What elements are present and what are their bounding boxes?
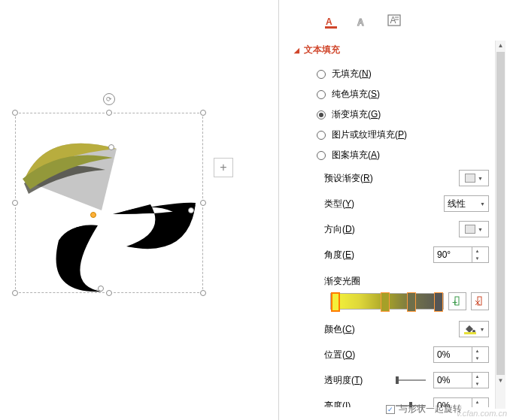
adjust-handle-2[interactable] [188,207,194,213]
svg-text:A: A [326,17,332,27]
gradient-stop-3[interactable] [407,292,416,312]
preset-gradient-picker[interactable]: ▼ [459,170,489,186]
adjust-handle-1[interactable] [90,212,96,218]
position-input[interactable] [434,349,472,360]
section-header-text-fill[interactable]: ◢ 文本填充 [294,44,496,56]
collapse-triangle-icon: ◢ [294,47,299,54]
checkbox-icon [386,405,395,414]
svg-text:+: + [452,298,457,307]
tab-text-effects[interactable]: A [353,11,374,32]
radio-gradient-fill[interactable]: 渐变填充(G) [294,104,496,125]
scroll-down-button[interactable]: ▼ [496,376,505,386]
rotate-handle[interactable] [103,93,115,105]
section-title: 文本填充 [304,44,340,56]
gradient-stops-track[interactable] [330,293,444,310]
paint-bucket-icon [463,324,477,334]
checkbox-label: 与形状一起旋转 [399,403,462,415]
adjust-handle-3[interactable] [98,286,104,292]
watermark-text: v.cfan.com.cn [457,409,507,418]
gradient-direction-picker[interactable]: ▼ [459,221,489,237]
spin-up[interactable]: ▲ [472,373,482,380]
label-preset-gradient: 预设渐变(R) [324,172,451,185]
stop-color-picker[interactable]: ▼ [459,321,489,337]
scroll-up-button[interactable]: ▲ [496,41,505,51]
canvas-area[interactable]: + [0,0,278,420]
label-position: 位置(O) [324,349,426,361]
gradient-stop-4[interactable] [434,292,443,312]
svg-text:A: A [390,15,396,26]
adjust-handle-4[interactable] [108,144,114,150]
radio-icon [317,90,326,99]
spin-down[interactable]: ▼ [472,255,482,262]
spin-down[interactable]: ▼ [472,406,482,407]
gradient-stop-1[interactable] [331,292,340,312]
tab-textbox[interactable]: A [384,11,405,32]
selected-shape-group[interactable]: + [15,113,203,293]
label-color: 颜色(C) [324,323,451,336]
angle-spinbox[interactable]: ▲▼ [433,246,489,263]
gradient-type-select[interactable]: 线性▼ [444,195,489,212]
radio-pattern-fill[interactable]: 图案填充(A) [294,145,496,165]
tab-text-fill-outline[interactable]: A [321,11,342,32]
remove-gradient-stop-button[interactable] [471,292,489,310]
format-shape-panel: A A A ◢ 文本填充 无填充(N) 纯色填充(S) 渐变填充(G) 图片或纹… [278,0,507,420]
spin-up[interactable]: ▲ [472,347,482,355]
svg-text:A: A [357,17,364,28]
label-gradient-stops: 渐变光圈 [294,267,496,292]
transparency-slider[interactable] [396,373,426,387]
radio-no-fill[interactable]: 无填充(N) [294,64,496,84]
position-spinbox[interactable]: ▲▼ [433,346,489,363]
scroll-thumb[interactable] [496,52,505,375]
label-transparency: 透明度(T) [324,374,388,387]
transparency-input[interactable] [434,375,472,385]
layout-options-button[interactable]: + [214,158,233,177]
spin-up[interactable]: ▲ [472,398,482,406]
spin-down[interactable]: ▼ [472,355,482,362]
svg-rect-1 [325,26,337,29]
rotate-with-shape-checkbox[interactable]: 与形状一起旋转 [386,403,462,415]
radio-icon [317,110,326,119]
transparency-spinbox[interactable]: ▲▼ [433,372,489,388]
label-angle: 角度(E) [324,249,426,261]
radio-picture-fill[interactable]: 图片或纹理填充(P) [294,125,496,145]
gradient-stop-2[interactable] [381,292,390,312]
radio-icon [317,70,326,79]
panel-tab-bar: A A A [279,6,507,39]
svg-rect-14 [464,332,476,334]
panel-scrollbar[interactable]: ▲ ▼ [495,41,505,409]
label-direction: 方向(D) [324,223,451,236]
angle-input[interactable] [434,249,472,260]
fan-shape[interactable] [15,113,203,293]
radio-solid-fill[interactable]: 纯色填充(S) [294,84,496,104]
radio-icon [317,131,326,140]
add-gradient-stop-button[interactable]: + [448,292,466,310]
spin-down[interactable]: ▼ [472,380,482,388]
label-type: 类型(Y) [324,198,436,210]
label-brightness: 亮度(I) [324,400,388,408]
spin-up[interactable]: ▲ [472,247,482,255]
radio-icon [317,151,326,160]
